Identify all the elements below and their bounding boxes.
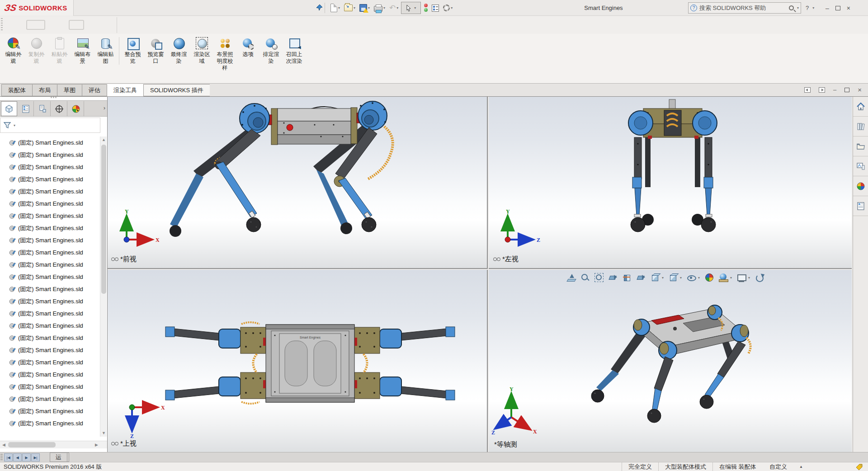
- property-list-button[interactable]: [430, 2, 440, 14]
- headsup-button-edit-appearance[interactable]: [704, 272, 715, 283]
- menu-item[interactable]: [87, 0, 97, 16]
- next-tab-button[interactable]: ▶: [22, 453, 31, 462]
- ribbon-button-edit-appearance[interactable]: 编辑外观: [2, 37, 25, 65]
- ribbon-button-preview-window[interactable]: 预览窗口: [144, 37, 167, 65]
- ribbon-button-render-region[interactable]: 渲染区域: [190, 37, 213, 65]
- last-tab-button[interactable]: ▶|: [31, 453, 40, 462]
- tab-configuration-manager[interactable]: [34, 101, 51, 116]
- minimize-button[interactable]: –: [826, 5, 829, 12]
- menu-item[interactable]: [97, 0, 107, 16]
- search-icon[interactable]: [789, 5, 794, 10]
- tree-item[interactable]: (固定) Smart Engines.sld: [0, 271, 100, 283]
- headsup-button-section-view[interactable]: [622, 272, 632, 283]
- tree-item[interactable]: (固定) Smart Engines.sld: [0, 307, 100, 320]
- first-tab-button[interactable]: |◀: [4, 453, 13, 462]
- tree-item[interactable]: (固定) Smart Engines.sld: [0, 344, 100, 356]
- tree-item[interactable]: (固定) Smart Engines.sld: [0, 198, 100, 210]
- document-tab-motion-study[interactable]: 运动算例 1: [50, 452, 67, 462]
- chevron-down-icon[interactable]: ▾: [451, 6, 453, 10]
- scroll-left-icon[interactable]: ◀: [0, 442, 7, 448]
- chevron-down-icon[interactable]: ▾: [14, 123, 15, 127]
- headsup-button-view-settings[interactable]: ▾: [736, 272, 751, 283]
- help-search-input[interactable]: ? 搜索 SOLIDWORKS 帮助 ▾: [688, 2, 801, 14]
- tree-item[interactable]: (固定) Smart Engines.sld: [0, 234, 100, 246]
- menu-item[interactable]: [117, 0, 127, 16]
- print-button[interactable]: ▾: [373, 2, 387, 14]
- help-menu[interactable]: ? ▾: [806, 0, 814, 16]
- ribbon-tab-render-tools[interactable]: 渲染工具: [107, 84, 143, 97]
- tree-item[interactable]: (固定) Smart Engines.sld: [0, 381, 100, 393]
- tab-dimxpert-manager[interactable]: [51, 101, 67, 116]
- appearances-tab[interactable]: [853, 176, 868, 196]
- menu-item[interactable]: [127, 0, 137, 16]
- design-library-tab[interactable]: [853, 117, 868, 137]
- viewport-left[interactable]: Y Z *左视: [489, 97, 852, 269]
- tree-item[interactable]: (固定) Smart Engines.sld: [0, 246, 100, 259]
- undo-button[interactable]: ↶▾: [388, 2, 400, 14]
- ribbon-button-copy-appearance[interactable]: 复制外观: [25, 37, 48, 65]
- headsup-button-apply-scene[interactable]: ▾: [718, 272, 733, 283]
- chevron-down-icon[interactable]: ▾: [354, 6, 355, 10]
- tree-item[interactable]: (固定) Smart Engines.sld: [0, 283, 100, 295]
- ribbon-button-final-render[interactable]: 最终渲染: [167, 37, 190, 65]
- collapse-pane-right-icon[interactable]: [819, 87, 825, 93]
- tree-item[interactable]: (固定) Smart Engines.sld: [0, 332, 100, 344]
- select-tool-button[interactable]: ▾: [401, 2, 421, 14]
- ribbon-button-edit-decal[interactable]: 编辑贴图: [94, 37, 117, 65]
- headsup-button-rotate-view[interactable]: [754, 272, 765, 283]
- tree-item[interactable]: (固定) Smart Engines.sld: [0, 137, 100, 149]
- tree-item[interactable]: (固定) Smart Engines.sld: [0, 393, 100, 405]
- prev-tab-button[interactable]: ◀: [13, 453, 22, 462]
- menu-item[interactable]: [146, 0, 156, 16]
- close-button[interactable]: ×: [847, 5, 850, 12]
- tree-filter[interactable]: ▾: [0, 118, 100, 133]
- view-palette-tab[interactable]: [853, 156, 868, 176]
- chevron-down-icon[interactable]: ▾: [414, 6, 416, 10]
- viewport-top[interactable]: Smart Engines X Z *上视: [108, 270, 488, 452]
- ribbon-tab-sketch[interactable]: 草图: [57, 84, 82, 96]
- tree-item[interactable]: (固定) Smart Engines.sld: [0, 185, 100, 198]
- menu-item[interactable]: [107, 0, 117, 16]
- restore-button[interactable]: [835, 6, 840, 10]
- scrollbar-thumb[interactable]: [101, 145, 106, 294]
- ribbon-tab-layout[interactable]: 布局: [32, 84, 57, 96]
- tree-item[interactable]: (固定) Smart Engines.sld: [0, 259, 100, 271]
- customize-button[interactable]: 自定义: [769, 462, 787, 471]
- panel-tab-overflow-button[interactable]: ›: [104, 104, 105, 111]
- tree-item[interactable]: (固定) Smart Engines.sld: [0, 149, 100, 161]
- ribbon-button-integrated-preview[interactable]: 整合预览: [119, 37, 144, 65]
- chevron-down-icon[interactable]: ▾: [698, 276, 700, 280]
- chevron-down-icon[interactable]: ▾: [730, 276, 732, 280]
- tree-item[interactable]: (固定) Smart Engines.sld: [0, 417, 100, 429]
- collapse-pane-left-icon[interactable]: [804, 87, 811, 93]
- chevron-down-icon[interactable]: ▾: [662, 276, 664, 280]
- chevron-down-icon[interactable]: ▾: [812, 6, 814, 10]
- tree-item[interactable]: (固定) Smart Engines.sld: [0, 356, 100, 368]
- ribbon-tab-solidworks-addins[interactable]: SOLIDWORKS 插件: [143, 84, 210, 96]
- tab-feature-tree[interactable]: [1, 101, 17, 116]
- tree-item[interactable]: (固定) Smart Engines.sld: [0, 320, 100, 332]
- tree-item[interactable]: (固定) Smart Engines.sld: [0, 161, 100, 173]
- tree-item[interactable]: (固定) Smart Engines.sld: [0, 368, 100, 381]
- file-explorer-tab[interactable]: [853, 137, 868, 156]
- chevron-down-icon[interactable]: ▾: [680, 276, 682, 280]
- ribbon-tab-assembly[interactable]: 装配体: [1, 84, 32, 96]
- tree-item[interactable]: (固定) Smart Engines.sld: [0, 405, 100, 417]
- scroll-down-icon[interactable]: ▼: [100, 430, 107, 437]
- chevron-down-icon[interactable]: ▾: [338, 6, 340, 10]
- tree-item[interactable]: (固定) Smart Engines.sld: [0, 295, 100, 307]
- interference-check-button[interactable]: [422, 2, 429, 14]
- chevron-down-icon[interactable]: ▾: [383, 6, 385, 10]
- toolbar-grip[interactable]: [1, 18, 3, 32]
- menu-item[interactable]: [77, 0, 87, 16]
- chevron-down-icon[interactable]: ▾: [797, 6, 799, 10]
- viewport-front[interactable]: Y X *前视: [108, 97, 488, 269]
- tab-display-manager[interactable]: [68, 101, 84, 116]
- ribbon-tab-evaluate[interactable]: 评估: [82, 84, 107, 96]
- tree-vertical-scrollbar[interactable]: ▲ ▼: [100, 137, 107, 437]
- headsup-button-view-orientation[interactable]: ▾: [650, 272, 665, 283]
- headsup-button-zoom-to-area[interactable]: [580, 272, 590, 283]
- pin-icon[interactable]: [316, 4, 323, 11]
- graphics-area[interactable]: Y X *前视: [108, 97, 852, 452]
- doc-minimize-button[interactable]: –: [833, 86, 836, 93]
